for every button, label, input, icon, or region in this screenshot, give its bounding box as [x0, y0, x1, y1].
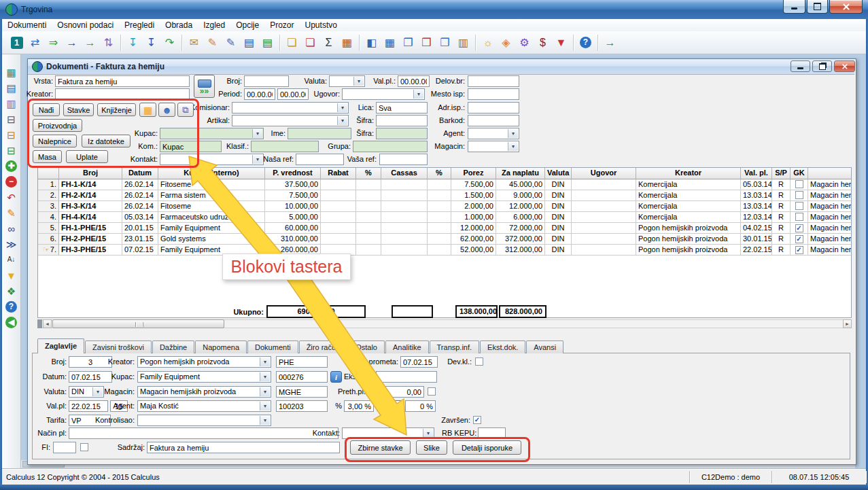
chevron-down-icon[interactable]: ▾	[508, 142, 518, 151]
ime-input[interactable]	[288, 128, 351, 139]
cell-cassasp[interactable]	[428, 245, 451, 256]
cell-kreator[interactable]: Pogon hemijskih proizvoda	[636, 234, 741, 245]
cell-rabatp[interactable]	[356, 179, 381, 190]
scroll-right-button[interactable]: ►	[843, 319, 852, 328]
detalji-isporuke-button[interactable]: Detalji isporuke	[453, 440, 521, 455]
cell-broj[interactable]: FH-1-K/14	[59, 179, 122, 190]
col-header-gk[interactable]: GK	[791, 168, 808, 179]
p-kupac-combo[interactable]: Family Equipment▾	[137, 371, 271, 383]
collapse-rows-icon[interactable]: ⇅	[100, 34, 117, 51]
p-sadrzaj-input[interactable]	[147, 442, 340, 453]
cell-cassasp[interactable]	[428, 212, 451, 223]
chevron-down-icon[interactable]: ▾	[508, 129, 518, 138]
artikal-combo[interactable]: ▾	[232, 115, 349, 126]
uplate-button[interactable]: Uplate	[66, 150, 108, 163]
cell-datum[interactable]: 05.03.14	[122, 212, 158, 223]
cell-kupac[interactable]: Fitoseme	[158, 201, 265, 212]
delete-record-icon[interactable]: −	[3, 174, 20, 189]
col-header-%[interactable]: %	[428, 168, 451, 179]
col-header-valuta[interactable]: Valuta	[545, 168, 572, 179]
cell-cassas[interactable]	[381, 179, 428, 190]
col-header-broj[interactable]: Broj	[59, 168, 122, 179]
gk-checkbox[interactable]	[795, 180, 803, 188]
magacin-combo[interactable]: ▾	[468, 141, 519, 152]
kom-input[interactable]	[160, 141, 222, 152]
cell-sp[interactable]: R	[772, 245, 791, 256]
cell-n[interactable]: 3.	[38, 201, 59, 212]
cell-cassasp[interactable]	[428, 179, 451, 190]
chevron-down-icon[interactable]: ▾	[423, 429, 433, 438]
import-document-blue-icon[interactable]: ↧	[143, 34, 160, 51]
cell-rabat[interactable]	[321, 201, 356, 212]
cell-broj[interactable]: FH-2-K/14	[59, 190, 122, 201]
p-fi-input[interactable]	[53, 442, 76, 453]
cell-cassas[interactable]	[381, 234, 428, 245]
ledger-green-icon[interactable]: ▤	[259, 34, 276, 51]
cell-valuta[interactable]: DIN	[545, 179, 572, 190]
kasa-label-button[interactable]: Kasa:	[377, 400, 403, 412]
gk-checkbox-checked[interactable]	[795, 235, 803, 243]
menu-osnovni-podaci[interactable]: Osnovni podaci	[52, 19, 119, 31]
tab-transp-inf[interactable]: Transp.inf.	[430, 340, 480, 353]
cell-zanap[interactable]: 372.000,00	[496, 234, 545, 245]
cell-valpl[interactable]: 13.03.14	[741, 201, 772, 212]
cell-zanap[interactable]: 72.000,00	[496, 223, 545, 234]
cell-pvr[interactable]: 310.000,00	[265, 234, 321, 245]
table-row[interactable]: 3.FH-3-K/1426.02.14Fitoseme10.000,002.00…	[38, 201, 851, 212]
print-export-icon[interactable]: ⊟	[3, 143, 20, 158]
hint-bulb-icon[interactable]: ☼	[479, 34, 496, 51]
menu-dokumenti[interactable]: Dokumenti	[2, 19, 52, 31]
cell-ugovor[interactable]	[572, 179, 636, 190]
p-nacinpl-input[interactable]	[69, 427, 338, 439]
zavrsen-checkbox-checked[interactable]	[473, 416, 481, 424]
komisionar-combo[interactable]: ▾	[232, 102, 349, 113]
col-header-val-pl[interactable]: Val. pl.	[741, 168, 772, 179]
table-row[interactable]: 4.FH-4-K/1405.03.14Farmaceutsko udruženj…	[38, 212, 851, 223]
nalepnice-button[interactable]: Nalepnice	[33, 135, 77, 147]
col-header-za-naplatu[interactable]: Za naplatu	[496, 168, 545, 179]
p-kontrolisao-combo[interactable]: ▾	[137, 415, 271, 426]
cell-broj[interactable]: FH-1-PHE/15	[59, 223, 122, 234]
cell-kupac[interactable]: Family Equipment	[158, 223, 265, 234]
col-header-cassas[interactable]: Cassas	[381, 168, 428, 179]
cell-kreator[interactable]: Komercijala	[636, 190, 741, 201]
export-document-icon[interactable]: ⇒	[45, 34, 62, 51]
cell-rabatp[interactable]	[356, 190, 381, 201]
tab-zavisni-tro-kovi[interactable]: Zavisni troškovi	[85, 340, 152, 353]
new-document-icon[interactable]: 1	[8, 34, 25, 51]
chevron-down-icon[interactable]: ▾	[260, 387, 270, 396]
cell-sp[interactable]: R	[772, 223, 791, 234]
nadi-button[interactable]: Nađi	[33, 103, 60, 116]
adrisp-input[interactable]	[468, 102, 519, 113]
cell-kreator[interactable]: Pogon hemijskih proizvoda	[636, 223, 741, 234]
prethpl-checkbox[interactable]	[428, 387, 436, 396]
cell-sp[interactable]: R	[772, 201, 791, 212]
col-header-rabat[interactable]: Rabat	[321, 168, 356, 179]
cell-porez[interactable]: 7.500,00	[451, 179, 496, 190]
cell-rabatp[interactable]	[356, 245, 381, 256]
chevron-down-icon[interactable]: ▾	[252, 129, 262, 138]
barkod-input[interactable]	[468, 115, 519, 126]
report-icon-button[interactable]: ▦	[139, 103, 156, 117]
cell-zanap[interactable]: 6.000,00	[496, 212, 545, 223]
kupac-info-button[interactable]: i	[330, 371, 342, 383]
cell-kreator[interactable]: Komercijala	[636, 179, 741, 190]
edit-note-icon[interactable]: ✎	[204, 34, 221, 51]
cell-zanap[interactable]: 12.000,00	[496, 201, 545, 212]
cell-datum[interactable]: 07.02.15	[122, 245, 158, 256]
cell-sp[interactable]: R	[772, 234, 791, 245]
cell-sp[interactable]: R	[772, 212, 791, 223]
cell-valpl[interactable]: 12.03.14	[741, 212, 772, 223]
org-chart-icon-button[interactable]: ⧉	[177, 103, 194, 117]
chevron-down-icon[interactable]: ▾	[337, 116, 347, 125]
cell-kreator[interactable]: Komercijala	[636, 212, 741, 223]
print-icon[interactable]: ⊟	[3, 111, 20, 126]
cell-valuta[interactable]: DIN	[545, 245, 572, 256]
cell-cassasp[interactable]	[428, 190, 451, 201]
exit-icon[interactable]: →	[602, 34, 619, 51]
col-header-s-p[interactable]: S/P	[772, 168, 791, 179]
price-ledger-icon[interactable]: $	[534, 34, 551, 51]
sum-icon[interactable]: Σ	[320, 34, 337, 51]
fit-window-icon[interactable]: ❖	[3, 283, 20, 298]
cell-datum[interactable]: 23.01.15	[122, 234, 158, 245]
